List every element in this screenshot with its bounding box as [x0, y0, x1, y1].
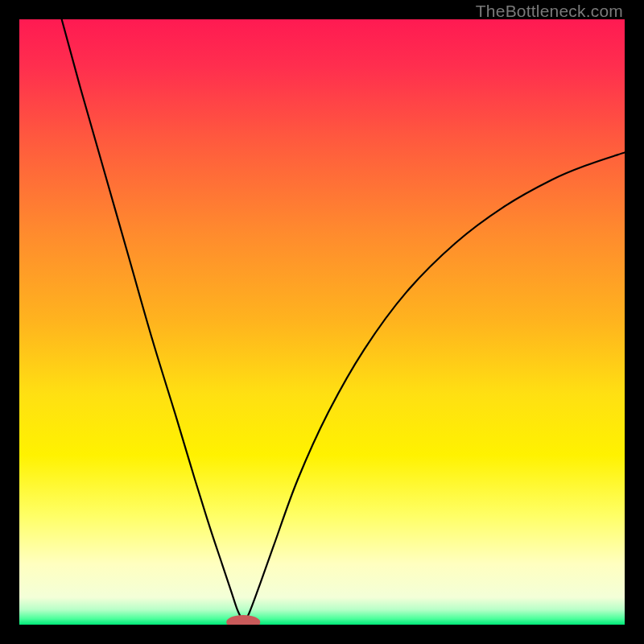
chart-frame — [19, 19, 625, 625]
watermark-text: TheBottleneck.com — [476, 2, 623, 21]
gradient-background — [19, 19, 625, 625]
bottleneck-chart — [19, 19, 625, 625]
